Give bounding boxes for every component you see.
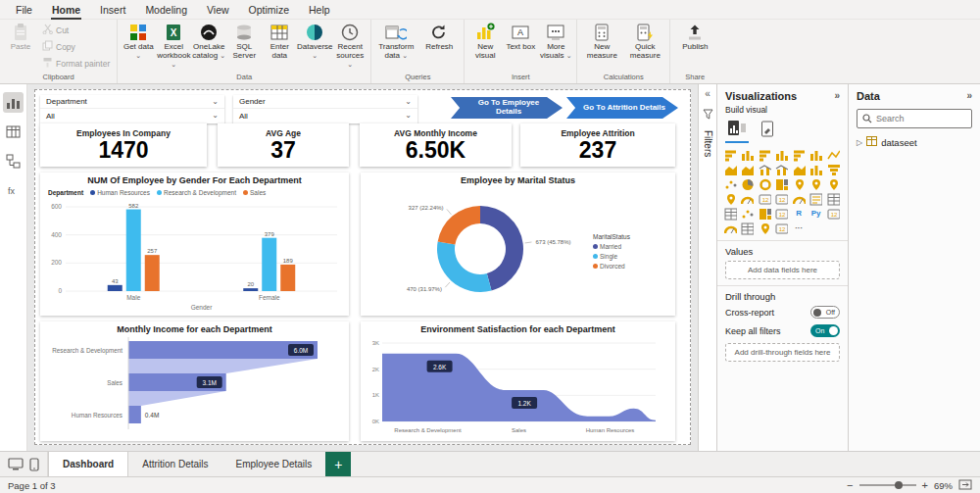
line-stacked-column-chart-icon[interactable] [758,163,772,176]
menu-optimize[interactable]: Optimize [239,1,299,19]
dax-query-view-button[interactable]: fx [3,180,24,201]
filled-map-icon[interactable] [808,177,823,191]
paste-button[interactable]: Paste [3,21,38,52]
table-view-button[interactable] [3,122,24,142]
legend-item[interactable]: Human Resources [90,189,150,196]
new-visual-button[interactable]: New visual [467,21,503,61]
r-script-visual-icon[interactable]: R [792,207,807,221]
onelake-catalog-button[interactable]: OneLake catalog ⌄ [191,21,226,61]
refresh-button[interactable]: Refresh [417,21,461,52]
avg-monthly-income-card[interactable]: AVG Monthly Income 6.50K [360,123,512,167]
sql-server-button[interactable]: SQL Server [226,21,262,61]
transform-data-button[interactable]: Transform data ⌄ [374,21,417,61]
build-visual-tab-icon[interactable] [725,119,749,143]
report-canvas[interactable]: Department⌄ All⌄ Gender⌄ All⌄ Go To Empl… [27,84,698,451]
scatter-chart-icon[interactable] [723,177,738,191]
map-icon[interactable] [792,177,807,191]
metrics-icon[interactable] [723,222,738,235]
line-chart-icon[interactable] [826,148,841,162]
treemap-icon[interactable] [774,177,789,191]
100-stacked-bar-chart-icon[interactable] [792,148,807,162]
page-tab-employee-details[interactable]: Employee Details [221,452,325,476]
quick-measure-button[interactable]: Quick measure [623,21,666,61]
enter-data-button[interactable]: Enter data [262,21,297,61]
more-visuals-button[interactable]: More visuals ⌄ [538,21,573,61]
donut-chart-icon[interactable] [758,177,772,191]
recent-sources-button[interactable]: Recent sources ⌄ [332,21,368,70]
data-search-input[interactable] [876,114,966,123]
excel-workbook-button[interactable]: X Excel workbook ⌄ [156,21,191,70]
model-view-button[interactable] [3,151,24,172]
clustered-column-chart-icon[interactable] [774,148,789,162]
stacked-bar-chart-icon[interactable] [723,148,738,162]
text-box-button[interactable]: A Text box [503,21,538,52]
clustered-bar-chart-icon[interactable] [758,148,772,162]
more-visuals-options-icon[interactable]: ··· [792,222,807,235]
cut-button[interactable]: Cut [38,23,114,37]
zoom-slider-knob[interactable] [895,481,903,489]
avg-age-card[interactable]: AVG Age 37 [218,123,349,167]
100-stacked-column-chart-icon[interactable] [808,148,823,162]
page-tab-dashboard[interactable]: Dashboard [48,452,128,476]
multi-row-card-icon[interactable]: 12 [774,192,789,206]
monthly-income-funnel-chart-visual[interactable]: Monthly Income for each Department Resea… [40,321,349,441]
line-clustered-column-chart-icon[interactable] [774,163,789,176]
legend-item[interactable]: Single [593,253,663,260]
arcgis-map-icon[interactable] [758,222,772,235]
gender-slicer[interactable]: Gender⌄ All⌄ [233,95,417,123]
waterfall-chart-icon[interactable] [808,163,823,176]
slicer-icon[interactable] [808,192,823,206]
employee-attrition-card[interactable]: Employee Attrition 237 [520,123,675,167]
mobile-layout-icon[interactable] [29,458,39,471]
chevron-down-icon[interactable]: ⌄ [212,98,219,106]
menu-help[interactable]: Help [299,1,340,19]
stacked-column-chart-icon[interactable] [740,148,755,162]
zoom-in-button[interactable]: + [922,480,928,491]
marital-status-donut-chart-visual[interactable]: Employee by Marital Status 673 (45.78%)4… [361,173,675,316]
python-visual-icon[interactable]: Py [808,207,823,221]
get-data-button[interactable]: Get data ⌄ [121,21,156,61]
area-chart-icon[interactable] [723,163,738,176]
legend-item[interactable]: Research & Development [157,189,236,196]
power-apps-visual-icon[interactable]: 12 [774,222,789,235]
legend-item[interactable]: Married [593,243,663,250]
key-influencers-icon[interactable] [740,207,755,221]
menu-home[interactable]: Home [42,1,90,19]
collapse-data-panel-icon[interactable]: » [966,91,972,101]
format-painter-button[interactable]: Format painter [38,56,114,71]
environment-satisfaction-area-chart-visual[interactable]: Environment Satisfaction for each Depart… [361,321,675,441]
menu-modeling[interactable]: Modeling [135,1,197,19]
gauge-icon[interactable] [740,192,755,206]
add-drill-through-fields-box[interactable]: Add drill-through fields here [725,343,840,362]
zoom-slider[interactable] [859,484,916,486]
matrix-icon[interactable] [723,207,738,221]
chevron-down-icon[interactable]: ⌄ [405,98,412,106]
smart-narrative-icon[interactable]: 12 [826,207,841,221]
employees-in-company-card[interactable]: Employees In Company 1470 [40,123,207,167]
shape-map-icon[interactable] [826,177,841,191]
gender-department-bar-chart-visual[interactable]: NUM Of Employee by Gender For Each Depar… [40,173,349,316]
stacked-area-chart-icon[interactable] [740,163,755,176]
azure-map-icon[interactable] [723,192,738,206]
keep-all-filters-toggle[interactable]: On [810,324,840,337]
legend-item[interactable]: Divorced [593,263,663,270]
funnel-chart-icon[interactable] [826,163,841,176]
new-page-button[interactable]: + [325,452,351,476]
page-tab-attrition-details[interactable]: Attrition Details [128,452,221,476]
decomposition-tree-icon[interactable] [758,207,772,221]
fit-to-page-icon[interactable] [958,479,972,492]
data-search-box[interactable] [857,109,972,128]
dataverse-button[interactable]: Dataverse ⌄ [297,21,332,61]
table-icon[interactable] [826,192,841,206]
ribbon-chart-icon[interactable] [792,163,807,176]
cross-report-toggle[interactable]: Off [810,306,840,319]
zoom-out-button[interactable]: − [847,480,853,491]
filters-pane-collapsed[interactable]: « Filters [698,84,717,451]
desktop-layout-icon[interactable] [8,458,24,471]
chevron-down-icon[interactable]: ⌄ [405,112,412,120]
pie-chart-icon[interactable] [740,177,755,191]
collapse-visualizations-icon[interactable]: » [834,91,840,101]
copy-button[interactable]: Copy [38,39,114,54]
kpi-icon[interactable] [792,192,807,206]
paginated-report-icon[interactable] [740,222,755,235]
